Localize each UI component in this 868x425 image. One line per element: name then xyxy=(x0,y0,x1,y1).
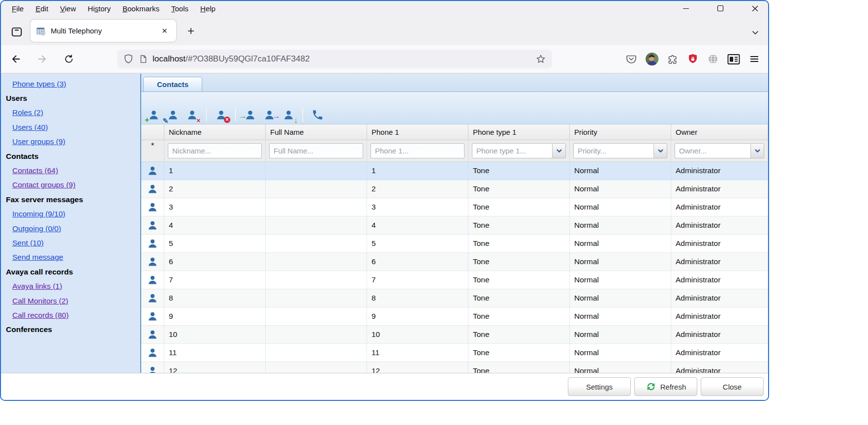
maximize-icon[interactable] xyxy=(714,2,727,15)
export-contacts-icon[interactable]: → xyxy=(262,108,277,122)
sidebar-link-sent-10-[interactable]: Sent (10) xyxy=(12,239,44,247)
table-row[interactable]: 11ToneNormalAdministrator xyxy=(141,162,768,180)
column-header-phone-type-1[interactable]: Phone type 1 xyxy=(468,124,570,140)
tab-contacts[interactable]: Contacts xyxy=(143,77,202,91)
filter-select-owner[interactable]: Owner... xyxy=(675,143,764,158)
bookmark-star-icon[interactable] xyxy=(535,54,546,64)
chevron-down-icon[interactable] xyxy=(552,144,565,158)
filter-input-phone-1[interactable] xyxy=(371,143,465,158)
cell-phone-type-1: Tone xyxy=(468,307,570,325)
cell-phone-1: 8 xyxy=(367,289,468,307)
reload-icon[interactable] xyxy=(60,50,78,68)
column-header-priority[interactable]: Priority xyxy=(570,124,671,140)
cell-phone-1: 3 xyxy=(367,198,468,216)
cell-phone-1: 11 xyxy=(367,344,468,362)
refresh-button[interactable]: Refresh xyxy=(634,377,697,396)
page-info-icon[interactable] xyxy=(138,54,148,64)
call-contact-icon[interactable] xyxy=(310,108,325,122)
block-contact-icon[interactable]: ✕ xyxy=(214,108,228,122)
chevron-down-icon[interactable] xyxy=(653,144,667,158)
shield-icon[interactable] xyxy=(123,54,134,64)
extensions-puzzle-icon[interactable] xyxy=(667,53,679,65)
sidebar-link-user-groups-9-[interactable]: User groups (9) xyxy=(12,137,65,146)
column-header-full-name[interactable]: Full Name xyxy=(266,124,367,140)
cell-phone-type-1: Tone xyxy=(468,344,570,362)
table-row[interactable]: 88ToneNormalAdministrator xyxy=(141,289,768,307)
table-row[interactable]: 99ToneNormalAdministrator xyxy=(141,307,768,326)
menu-tools[interactable]: Tools xyxy=(165,2,194,15)
column-header-nickname[interactable]: Nickname xyxy=(164,124,266,140)
table-row[interactable]: 22ToneNormalAdministrator xyxy=(141,180,768,198)
edit-contact-icon[interactable]: ✎ xyxy=(165,108,180,122)
sidebar-link-outgoing-0-0-[interactable]: Outgoing (0/0) xyxy=(12,224,61,233)
menu-view[interactable]: View xyxy=(54,2,82,15)
filter-cell xyxy=(367,140,468,161)
sidebar-link-avaya-links-1-[interactable]: Avaya links (1) xyxy=(12,282,62,291)
sidebar-link-contact-groups-9-[interactable]: Contact groups (9) xyxy=(12,181,75,189)
globe-icon[interactable] xyxy=(707,53,719,65)
sidebar-link-call-monitors-2-[interactable]: Call Monitors (2) xyxy=(12,297,68,305)
contact-person-icon xyxy=(141,307,164,325)
table-row[interactable]: 44ToneNormalAdministrator xyxy=(141,216,768,235)
cell-owner: Administrator xyxy=(671,307,768,325)
cell-phone-1: 5 xyxy=(367,235,468,252)
menu-history[interactable]: History xyxy=(82,2,117,15)
table-row[interactable]: 77ToneNormalAdministrator xyxy=(141,271,768,289)
back-icon[interactable] xyxy=(7,50,25,68)
sidebar-header-contacts: Contacts xyxy=(6,152,38,161)
adblock-shield-icon[interactable] xyxy=(687,53,699,65)
navigation-toolbar: localhost/#?O38BUy59QGl7ca10FAF3482 xyxy=(1,45,768,73)
sidebar-link-contacts-64-[interactable]: Contacts (64) xyxy=(12,166,58,175)
menu-hamburger-icon[interactable] xyxy=(748,53,760,65)
table-row[interactable]: 1010ToneNormalAdministrator xyxy=(141,326,768,344)
filter-select-priority[interactable]: Priority... xyxy=(573,143,667,158)
cell-full-name xyxy=(266,326,367,343)
menu-file[interactable]: File xyxy=(6,2,30,15)
settings-button[interactable]: Settings xyxy=(568,377,631,396)
table-row[interactable]: 66ToneNormalAdministrator xyxy=(141,253,768,271)
reader-news-icon[interactable] xyxy=(727,54,740,65)
profile-avatar[interactable] xyxy=(646,53,658,65)
browser-tab[interactable]: Multi Telephony xyxy=(31,20,176,42)
table-row[interactable]: 1111ToneNormalAdministrator xyxy=(141,344,768,362)
menu-bookmarks[interactable]: Bookmarks xyxy=(117,2,165,15)
column-header-owner[interactable]: Owner xyxy=(671,124,768,140)
filter-cell xyxy=(266,140,367,161)
column-header-icon xyxy=(141,124,164,140)
add-contact-icon[interactable]: + xyxy=(146,108,161,122)
download-contacts-icon[interactable]: ↓ xyxy=(281,108,296,122)
cell-phone-type-1: Tone xyxy=(468,162,570,180)
menu-edit[interactable]: Edit xyxy=(30,2,54,15)
filter-input-full-name[interactable] xyxy=(269,143,363,158)
table-row[interactable]: 1212ToneNormalAdministrator xyxy=(141,362,768,373)
list-all-tabs-icon[interactable] xyxy=(750,28,760,37)
table-row[interactable]: 55ToneNormalAdministrator xyxy=(141,235,768,253)
cell-priority: Normal xyxy=(570,198,671,216)
filter-all-indicator: * xyxy=(141,140,164,161)
new-tab-button[interactable] xyxy=(182,22,200,40)
firefox-view-icon[interactable] xyxy=(8,23,26,41)
menu-help[interactable]: Help xyxy=(194,2,221,15)
sidebar-header-fax-server-messages: Fax server messages xyxy=(6,195,83,204)
delete-contact-icon[interactable]: ✕ xyxy=(185,108,199,122)
forward-icon[interactable] xyxy=(33,50,51,68)
sidebar-link-send-message[interactable]: Send message xyxy=(12,253,63,262)
chevron-down-icon[interactable] xyxy=(750,144,764,158)
sidebar-link-incoming-9-10-[interactable]: Incoming (9/10) xyxy=(12,210,65,218)
sidebar-link-users-40-[interactable]: Users (40) xyxy=(12,123,48,132)
import-contacts-icon[interactable]: → xyxy=(243,108,257,122)
filter-select-phone-type-1[interactable]: Phone type 1... xyxy=(472,143,566,158)
sidebar-link-roles-2-[interactable]: Roles (2) xyxy=(12,108,43,117)
minimize-icon[interactable] xyxy=(680,2,692,15)
close-window-icon[interactable] xyxy=(748,2,761,15)
close-button[interactable]: Close xyxy=(701,377,764,396)
column-header-phone-1[interactable]: Phone 1 xyxy=(367,124,468,140)
filter-input-nickname[interactable] xyxy=(168,143,262,158)
cell-full-name xyxy=(266,289,367,307)
url-bar[interactable]: localhost/#?O38BUy59QGl7ca10FAF3482 xyxy=(117,50,552,68)
tab-close-icon[interactable] xyxy=(159,25,170,36)
sidebar-link-call-records-80-[interactable]: Call records (80) xyxy=(12,311,69,320)
table-row[interactable]: 33ToneNormalAdministrator xyxy=(141,198,768,216)
pocket-icon[interactable] xyxy=(625,53,637,65)
sidebar-link-phone-types-3-[interactable]: Phone types (3) xyxy=(12,80,66,89)
